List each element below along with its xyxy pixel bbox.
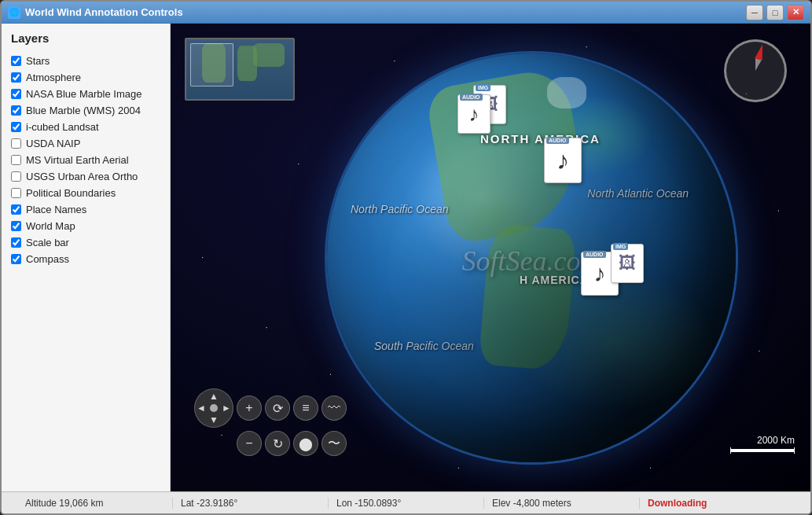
layer-item-ms-virtual-earth[interactable]: MS Virtual Earth Aerial: [8, 152, 164, 168]
layer-checkbox-scale-bar[interactable]: [11, 237, 21, 248]
compass-needle-south: [752, 58, 762, 72]
pan-up-icon: ▲: [209, 391, 219, 402]
audio-card-1[interactable]: AUDIO ♪: [457, 94, 491, 134]
layer-item-nasa-blue-marble[interactable]: NASA Blue Marble Image: [8, 86, 164, 102]
music-note-3: ♪: [594, 260, 606, 287]
layer-item-compass[interactable]: Compass: [8, 251, 164, 267]
layer-checkbox-i-cubed-landsat[interactable]: [11, 122, 21, 132]
compass-needle-north: [755, 43, 766, 61]
layer-item-place-names[interactable]: Place Names: [8, 201, 164, 218]
watermark: SoftSea.com: [462, 245, 601, 278]
window-controls: ─ □ ✕: [746, 5, 804, 20]
img-card-3[interactable]: IMG 🖼: [611, 244, 644, 283]
layer-checkbox-atmosphere[interactable]: [11, 72, 21, 83]
zoom-controls-row: − ↻ ⬤ 〜: [194, 431, 347, 456]
layer-item-stars[interactable]: Stars: [8, 53, 164, 69]
main-window: 🌐 World Wind Annotation Controls ─ □ ✕ L…: [0, 0, 812, 515]
layer-checkbox-compass[interactable]: [11, 254, 21, 264]
layer-checkbox-place-names[interactable]: [11, 204, 21, 215]
rotate-cw-button[interactable]: ↻: [265, 431, 290, 456]
sidebar-title: Layers: [8, 31, 164, 45]
status-lat: Lat -23.9186°: [173, 498, 329, 509]
south-america-landmass: [478, 223, 576, 371]
layer-item-i-cubed-landsat[interactable]: i-cubed Landsat: [8, 119, 164, 135]
layer-label-ms-virtual-earth[interactable]: MS Virtual Earth Aerial: [26, 154, 129, 166]
titlebar: 🌐 World Wind Annotation Controls ─ □ ✕: [2, 2, 810, 24]
layer-checkbox-ms-virtual-earth[interactable]: [11, 155, 21, 165]
status-elev: Elev -4,800 meters: [484, 498, 640, 509]
pan-control[interactable]: ▲ ▼ ◄ ►: [194, 388, 233, 428]
greenland-landmass: [547, 77, 586, 109]
annotation-cluster-1[interactable]: IMG 🖼 AUDIO ♪: [457, 85, 520, 140]
minimap: [185, 38, 295, 101]
layer-checkbox-political-boundaries[interactable]: [11, 188, 21, 198]
layer-label-place-names[interactable]: Place Names: [26, 204, 86, 215]
layer-label-compass[interactable]: Compass: [26, 253, 69, 265]
layer-checkbox-world-map[interactable]: [11, 221, 21, 231]
layer-label-world-map[interactable]: World Map: [26, 220, 75, 232]
layer-checkbox-blue-marble-wms[interactable]: [11, 105, 21, 116]
layer-item-political-boundaries[interactable]: Political Boundaries: [8, 185, 164, 201]
layer-item-world-map[interactable]: World Map: [8, 218, 164, 234]
label-north-atlantic-ocean: North Atlantic Ocean: [587, 187, 689, 200]
audio-card-2[interactable]: AUDIO ♪: [544, 138, 582, 183]
status-bar: Altitude 19,066 km Lat -23.9186° Lon -15…: [2, 491, 810, 513]
zoom-out-button[interactable]: −: [237, 431, 262, 456]
altitude-button[interactable]: ⬤: [293, 431, 318, 456]
minimap-highlight: [190, 43, 233, 86]
layer-checkbox-usda-naip[interactable]: [11, 138, 21, 149]
reset-view-button[interactable]: ⟳: [265, 395, 290, 421]
status-downloading: Downloading: [640, 498, 795, 509]
sidebar: Layers Stars Atmosphere NASA Blue Marble…: [2, 24, 171, 491]
layer-checkbox-stars[interactable]: [11, 56, 21, 66]
layer-label-i-cubed-landsat[interactable]: i-cubed Landsat: [26, 121, 99, 133]
main-area: Layers Stars Atmosphere NASA Blue Marble…: [2, 24, 810, 491]
layer-label-stars[interactable]: Stars: [26, 55, 50, 67]
annotation-cluster-3[interactable]: AUDIO ♪ IMG 🖼: [581, 244, 652, 303]
minimap-asia: [253, 43, 285, 67]
music-note-1: ♪: [469, 102, 479, 127]
audio-badge-3: AUDIO: [583, 251, 606, 258]
pan-right-icon: ►: [222, 403, 231, 414]
navigation-controls: ▲ ▼ ◄ ► + ⟳ ≡ 〰 − ↻ ⬤ 〜: [194, 388, 347, 456]
layer-label-scale-bar[interactable]: Scale bar: [26, 237, 69, 248]
compass-needle-group: [751, 43, 766, 72]
label-north-pacific-ocean: North Pacific Ocean: [351, 203, 449, 215]
pan-left-icon: ◄: [197, 403, 206, 414]
compass-ring: [724, 39, 787, 102]
scale-label: 2000 Km: [757, 435, 795, 446]
level-button[interactable]: ≡: [293, 395, 318, 421]
zoom-in-button[interactable]: +: [237, 395, 262, 421]
window-title: World Wind Annotation Controls: [25, 6, 746, 18]
layer-label-blue-marble-wms[interactable]: Blue Marble (WMS) 2004: [26, 105, 141, 116]
minimap-bg: [186, 39, 293, 99]
app-icon: 🌐: [8, 6, 20, 19]
layer-checkbox-nasa-blue-marble[interactable]: [11, 89, 21, 99]
layer-item-atmosphere[interactable]: Atmosphere: [8, 69, 164, 86]
layer-label-atmosphere[interactable]: Atmosphere: [26, 72, 81, 83]
scale-bar-widget: 2000 Km: [730, 435, 795, 454]
layer-item-scale-bar[interactable]: Scale bar: [8, 234, 164, 251]
pan-down-icon: ▼: [209, 414, 219, 425]
scale-line: [730, 447, 795, 454]
layer-item-usgs-urban[interactable]: USGS Urban Area Ortho: [8, 168, 164, 185]
globe-container[interactable]: North Pacific Ocean North Atlantic Ocean…: [171, 24, 810, 491]
tilt-button[interactable]: 〰: [321, 395, 347, 421]
compass-widget: [724, 39, 787, 102]
layer-item-usda-naip[interactable]: USDA NAIP: [8, 135, 164, 152]
layer-label-usda-naip[interactable]: USDA NAIP: [26, 138, 80, 149]
layer-label-usgs-urban[interactable]: USGS Urban Area Ortho: [26, 171, 138, 182]
layer-checkbox-usgs-urban[interactable]: [11, 171, 21, 182]
annotation-cluster-2[interactable]: AUDIO ♪: [544, 138, 591, 189]
maximize-button[interactable]: □: [766, 5, 784, 20]
scale-fill: [731, 449, 794, 452]
music-note-2: ♪: [557, 146, 569, 175]
minimize-button[interactable]: ─: [746, 5, 763, 20]
layer-label-political-boundaries[interactable]: Political Boundaries: [26, 187, 116, 199]
close-button[interactable]: ✕: [787, 5, 804, 20]
layer-item-blue-marble-wms[interactable]: Blue Marble (WMS) 2004: [8, 102, 164, 119]
swim-button[interactable]: 〜: [321, 431, 347, 456]
img-badge-1: IMG: [476, 84, 491, 91]
layer-label-nasa-blue-marble[interactable]: NASA Blue Marble Image: [26, 88, 141, 100]
globe[interactable]: North Pacific Ocean North Atlantic Ocean…: [327, 53, 736, 462]
